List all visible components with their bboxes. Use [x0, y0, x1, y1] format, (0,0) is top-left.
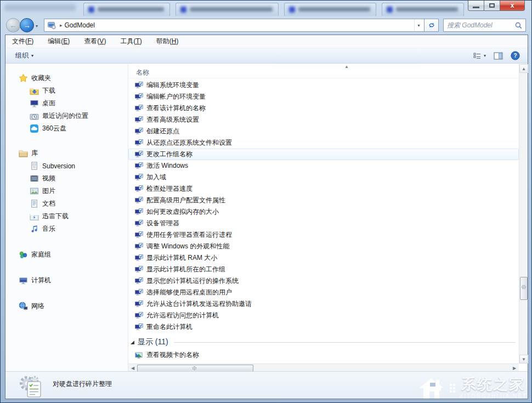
list-item[interactable]: 允许远程访问您的计算机 — [128, 310, 519, 321]
minimize-icon — [473, 7, 479, 8]
list-item[interactable]: 激活 Windows — [128, 160, 519, 172]
menu-item[interactable]: 查看(V) — [84, 37, 106, 46]
list-item[interactable]: 编辑帐户的环境变量 — [128, 91, 519, 103]
list-item[interactable]: 从还原点还原系统文件和设置 — [128, 137, 519, 149]
system-item-icon — [134, 323, 143, 332]
sidebar-subitem[interactable]: 桌面 — [5, 97, 128, 110]
details-pane-text: 对硬盘进行碎片整理 — [53, 379, 112, 389]
organize-button[interactable]: 组织 ▾ — [11, 49, 38, 62]
xitongzhijia-logo-icon — [417, 375, 445, 401]
list-item[interactable]: 编辑系统环境变量 — [128, 80, 519, 91]
list-item[interactable]: 查看该计算机的名称 — [128, 103, 519, 114]
scroll-up-icon[interactable]: ▲ — [519, 64, 528, 73]
sidebar-item-3[interactable]: 计算机 — [5, 274, 128, 287]
list-item[interactable]: 查看视频卡的名称 — [128, 349, 519, 361]
list-item[interactable]: 调整 Windows 的外观和性能 — [128, 241, 519, 252]
sidebar-subitem-label: 迅雷下载 — [42, 212, 69, 221]
system-item-icon — [134, 116, 143, 124]
browser-tab[interactable] — [382, 3, 464, 16]
display-item-icon — [134, 351, 143, 360]
change-view-button[interactable]: ▾ — [473, 52, 486, 60]
recent-places-icon — [30, 111, 39, 121]
back-button[interactable]: ← — [6, 18, 20, 32]
browser-tab[interactable] — [83, 3, 170, 16]
list-item[interactable]: 使用任务管理器查看运行进程 — [128, 229, 519, 241]
list-item[interactable]: 创建还原点 — [128, 126, 519, 137]
group-collapse-icon[interactable]: ◢ — [131, 339, 134, 345]
sidebar-item-label: 网络 — [31, 302, 44, 311]
help-button[interactable]: ? — [511, 51, 520, 60]
menu-item[interactable]: 帮助(H) — [156, 37, 179, 46]
list-item[interactable]: 显示此计算机 RAM 大小 — [128, 252, 519, 264]
refresh-button[interactable] — [425, 19, 439, 32]
recent-pages-dropdown[interactable]: ▾ — [36, 24, 38, 29]
search-input[interactable]: 搜索 GodModel — [443, 19, 526, 32]
close-button[interactable]: x — [500, 1, 525, 11]
menu-item[interactable]: 工具(T) — [120, 37, 142, 46]
list-item[interactable]: 设备管理器 — [128, 218, 519, 229]
sidebar-subitem-label: 视频 — [42, 174, 55, 183]
close-icon: x — [511, 2, 514, 9]
list-item[interactable]: 重命名此计算机 — [128, 321, 519, 333]
back-icon: ← — [7, 19, 20, 32]
forward-button[interactable]: → — [20, 18, 34, 32]
menu-bar: 文件(F)编辑(E)查看(V)工具(T)帮助(H) — [5, 35, 528, 48]
list-item[interactable]: 配置高级用户配置文件属性 — [128, 195, 519, 206]
command-bar: 组织 ▾ ▾ ? — [5, 48, 528, 64]
list-item-label: 加入域 — [146, 173, 166, 182]
svg-text:?: ? — [513, 53, 517, 59]
vertical-scrollbar-thumb[interactable] — [520, 277, 528, 300]
sidebar-subitem[interactable]: 下载 — [5, 84, 128, 97]
column-header-name[interactable]: 名称 ▲ — [128, 64, 519, 78]
list-item[interactable]: 显示您的计算机运行的操作系统 — [128, 275, 519, 287]
system-item-icon — [134, 162, 143, 171]
address-bar[interactable]: ▸ GodModel ▾ — [44, 19, 425, 32]
minimize-button[interactable] — [468, 1, 484, 11]
scroll-down-icon[interactable]: ▼ — [519, 355, 528, 364]
system-item-icon — [134, 150, 143, 159]
list-item[interactable]: 允许从这台计算机发送远程协助邀请 — [128, 298, 519, 310]
sidebar-item-1[interactable]: 库 — [5, 147, 128, 160]
sidebar-item-0[interactable]: 收藏夹 — [5, 72, 128, 84]
sidebar-subitem[interactable]: Subversion — [5, 160, 128, 172]
sidebar-item-2[interactable]: 家庭组 — [5, 248, 128, 261]
breadcrumb-arrow-icon[interactable]: ▸ — [60, 22, 63, 28]
list-item[interactable]: 加入域 — [128, 172, 519, 183]
system-item-icon — [134, 254, 143, 263]
menu-item[interactable]: 编辑(E) — [48, 37, 70, 46]
vertical-scrollbar[interactable]: ▲ ▼ — [519, 64, 528, 364]
address-row: ← → ▾ ▸ GodModel ▾ 搜索 GodModel — [1, 16, 531, 35]
preview-pane-button[interactable] — [494, 52, 503, 60]
sidebar-subitem[interactable]: 迅雷下载 — [5, 210, 128, 223]
breadcrumb[interactable]: GodModel — [65, 21, 95, 29]
group-header[interactable]: ◢显示 (11) — [128, 335, 519, 349]
sidebar-item-4[interactable]: 网络 — [5, 300, 128, 313]
sidebar-item-label: 库 — [31, 149, 38, 158]
search-icon[interactable] — [515, 22, 522, 29]
maximize-button[interactable] — [484, 1, 500, 11]
list-item[interactable]: 更改工作组名称 — [128, 149, 519, 160]
browser-tab[interactable] — [284, 3, 376, 16]
chevron-down-icon: ▾ — [484, 53, 486, 58]
browser-tab[interactable] — [176, 3, 279, 16]
list-item[interactable]: 查看高级系统设置 — [128, 114, 519, 126]
system-item-icon — [134, 196, 143, 205]
menu-item[interactable]: 文件(F) — [12, 37, 33, 46]
sidebar-subitem-label: 文档 — [42, 199, 55, 208]
list-item-label: 如何更改虚拟内存的大小 — [146, 207, 219, 217]
list-item-label: 显示此计算机所在的工作组 — [146, 265, 225, 274]
list-item[interactable]: 检查处理器速度 — [128, 183, 519, 195]
system-item-icon — [134, 185, 143, 194]
sidebar-subitem[interactable]: 最近访问的位置 — [5, 110, 128, 122]
sidebar-subitem[interactable]: 音乐 — [5, 223, 128, 235]
sidebar-subitem[interactable]: 360云盘 — [5, 122, 128, 135]
sidebar-subitem[interactable]: 视频 — [5, 172, 128, 185]
group-divider — [174, 342, 516, 343]
sidebar-subitem[interactable]: 文档 — [5, 197, 128, 210]
list-item[interactable]: 显示此计算机所在的工作组 — [128, 264, 519, 275]
music-icon — [30, 224, 39, 234]
sidebar-subitem[interactable]: 图片 — [5, 185, 128, 197]
list-item[interactable]: 选择能够使用远程桌面的用户 — [128, 287, 519, 298]
list-item[interactable]: 如何更改虚拟内存的大小 — [128, 206, 519, 218]
address-dropdown-icon[interactable]: ▾ — [414, 19, 423, 31]
